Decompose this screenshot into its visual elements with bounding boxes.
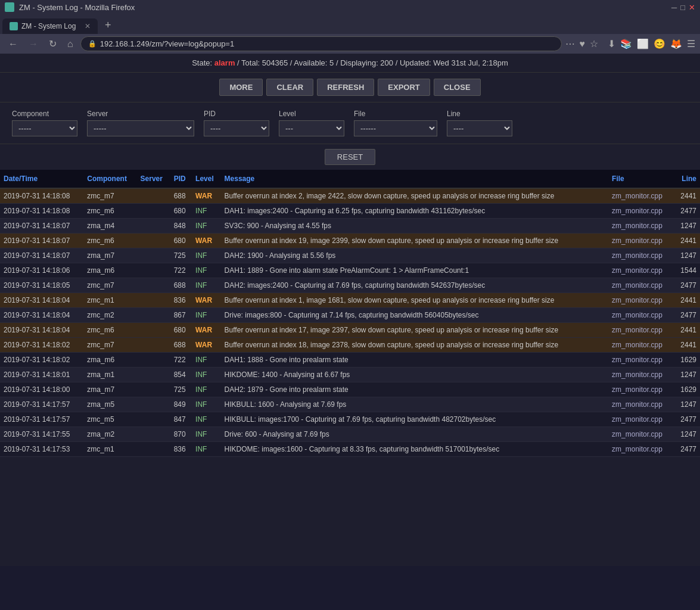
col-server[interactable]: Server [137,170,170,188]
restore-btn[interactable]: □ [680,3,685,12]
table-header: Date/Time Component Server PID Level Mes… [0,170,700,188]
refresh-button[interactable]: REFRESH [317,79,374,96]
pid-filter-group: PID ---- [204,110,269,136]
cell-level: INF [192,278,221,293]
tab-label: ZM - System Log [21,22,76,30]
col-message[interactable]: Message [221,170,609,188]
table-row: 2019-07-31 14:18:07 zma_m4 848 INF SV3C:… [0,219,700,234]
table-row: 2019-07-31 14:18:00 zma_m7 725 INF DAH2:… [0,382,700,397]
cell-server [137,234,170,248]
cell-message: Buffer overrun at index 1, image 1681, s… [221,293,609,308]
cell-datetime: 2019-07-31 14:17:57 [0,397,83,412]
lock-icon: 🔒 [88,40,97,48]
col-level[interactable]: Level [192,170,221,188]
cell-level: INF [192,263,221,278]
url-bar[interactable]: 🔒 192.168.1.249/zm/?view=log&popup=1 [80,36,562,51]
cell-level: INF [192,248,221,263]
cell-line: 2477 [674,278,700,293]
close-btn[interactable]: ✕ [689,3,695,12]
cell-component: zmc_m6 [83,323,136,338]
cell-pid: 688 [170,338,192,353]
cell-line: 1629 [674,382,700,397]
cell-datetime: 2019-07-31 14:18:07 [0,234,83,248]
cell-file: zm_monitor.cpp [608,427,674,442]
browser-tab[interactable]: ZM - System Log ✕ [2,18,98,34]
col-pid[interactable]: PID [170,170,192,188]
col-component[interactable]: Component [83,170,136,188]
cell-component: zmc_m1 [83,442,136,457]
reset-bar: RESET [0,144,700,170]
cell-server [137,188,170,204]
cell-line: 2441 [674,293,700,308]
cell-datetime: 2019-07-31 14:18:05 [0,278,83,293]
state-label: State: [192,58,214,67]
tab-favicon [10,22,18,30]
cell-component: zmc_m6 [83,234,136,248]
cell-message: Buffer overrun at index 2, image 2422, s… [221,188,609,204]
reset-button[interactable]: RESET [325,149,375,165]
file-filter-group: File ------ [354,110,437,136]
state-value: alarm [214,58,235,67]
cell-component: zma_m2 [83,427,136,442]
filters: Component ----- Server ----- PID ---- Le… [0,102,700,144]
cell-level: INF [192,397,221,412]
server-select[interactable]: ----- [87,120,194,136]
table-row: 2019-07-31 14:18:04 zmc_m6 680 WAR Buffe… [0,323,700,338]
menu-icon[interactable]: ☰ [687,38,695,49]
tab-close-icon[interactable]: ✕ [85,22,91,30]
cell-file: zm_monitor.cpp [608,353,674,368]
download-icon[interactable]: ⬇ [608,38,615,49]
sync-icon[interactable]: ⬜ [637,38,649,49]
cell-line: 2441 [674,234,700,248]
cell-pid: 847 [170,412,192,427]
title-bar: ZM - System Log - Mozilla Firefox ─ □ ✕ [0,0,700,14]
log-table: Date/Time Component Server PID Level Mes… [0,170,700,457]
history-icon[interactable]: 📚 [620,38,632,49]
status-separator1: / Total: [237,58,262,67]
line-select[interactable]: ---- [447,120,512,136]
cell-level: INF [192,382,221,397]
table-row: 2019-07-31 14:17:53 zmc_m1 836 INF HIKDO… [0,442,700,457]
cell-pid: 680 [170,204,192,219]
cell-pid: 722 [170,263,192,278]
table-row: 2019-07-31 14:17:57 zmc_m5 847 INF HIKBU… [0,412,700,427]
level-select[interactable]: --- [279,120,344,136]
status-separator3: / Displaying: [336,58,380,67]
export-button[interactable]: EXPORT [378,79,430,96]
cell-file: zm_monitor.cpp [608,397,674,412]
addon-icon[interactable]: 🦊 [670,38,682,49]
updated-value: Wed 31st Jul, 2:18pm [433,58,508,67]
col-line[interactable]: Line [674,170,700,188]
close-button[interactable]: CLOSE [434,79,481,96]
new-tab-button[interactable]: + [100,17,116,34]
cell-pid: 688 [170,188,192,204]
table-row: 2019-07-31 14:18:06 zma_m6 722 INF DAH1:… [0,263,700,278]
clear-button[interactable]: CLEAR [266,79,313,96]
account-icon[interactable]: 😊 [654,38,665,49]
component-filter-group: Component ----- [12,110,77,136]
star-icon[interactable]: ☆ [590,38,598,49]
reload-button[interactable]: ↻ [45,37,60,51]
pocket-icon[interactable]: ♥ [580,39,586,49]
forward-button[interactable]: → [25,38,42,51]
browser-title: ZM - System Log - Mozilla Firefox [19,3,135,12]
cell-pid: 725 [170,248,192,263]
cell-line: 2441 [674,323,700,338]
more-button[interactable]: MORE [219,79,263,96]
cell-level: INF [192,308,221,323]
home-button[interactable]: ⌂ [64,38,77,51]
bookmarks-icon[interactable]: ⋯ [565,38,575,49]
minimize-btn[interactable]: ─ [671,3,677,12]
cell-server [137,442,170,457]
col-datetime[interactable]: Date/Time [0,170,83,188]
displaying-value: 200 [380,58,393,67]
pid-select[interactable]: ---- [204,120,269,136]
back-button[interactable]: ← [5,38,21,51]
cell-component: zmc_m7 [83,278,136,293]
browser-chrome: ZM - System Log - Mozilla Firefox ─ □ ✕ … [0,0,700,54]
component-select[interactable]: ----- [12,120,77,136]
file-select[interactable]: ------ [354,120,437,136]
cell-datetime: 2019-07-31 14:17:57 [0,412,83,427]
cell-datetime: 2019-07-31 14:18:08 [0,188,83,204]
col-file[interactable]: File [608,170,674,188]
